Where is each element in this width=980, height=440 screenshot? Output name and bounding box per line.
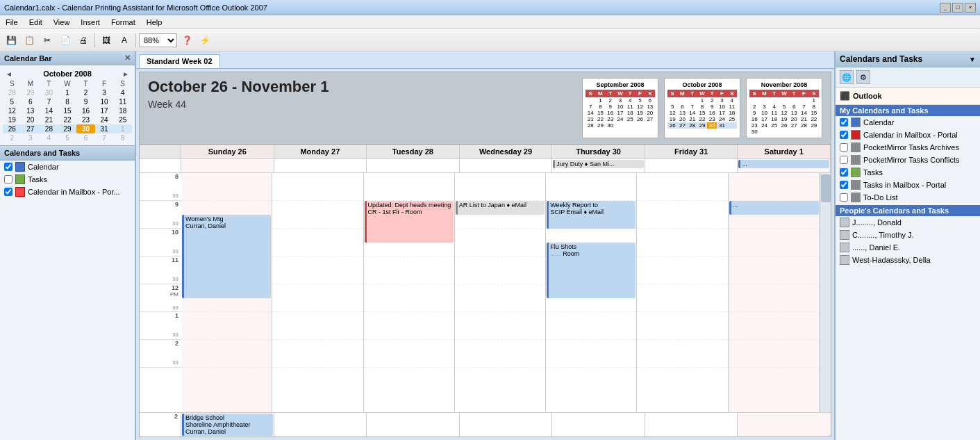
right-cal-tasks-check[interactable] [840,168,848,177]
extra-button[interactable]: ⚡ [197,32,213,49]
font-button[interactable]: A [116,32,133,49]
hour-2-mon[interactable] [272,340,363,368]
mini-cal-today[interactable]: 30 [76,124,95,133]
calendar-bar-close[interactable]: ✕ [124,54,131,63]
event-weekly-report[interactable]: Weekly Report toSCIP Email ♦ eMail [547,201,636,229]
mini-cal-day[interactable]: 2 [76,88,95,97]
mini-cal-day[interactable]: 13 [22,106,40,115]
menu-file[interactable]: File [3,18,21,26]
mini-cal-day[interactable]: 14 [40,106,58,115]
hour-2-wed[interactable] [455,340,545,368]
hour-9-fri[interactable] [637,201,727,229]
day-header-sat1[interactable]: Saturday 1 [738,145,831,158]
mini-cal-day[interactable]: 16 [76,106,95,115]
hour-12-tue[interactable] [364,284,454,312]
mini-cal-day[interactable]: 5 [3,97,22,106]
mini-cal-day[interactable]: 29 [58,124,77,133]
all-day-thu[interactable]: Jury Duty ♦ San Mi... [552,159,645,172]
hour-11-wed[interactable] [455,256,545,284]
calendar-item-mailbox[interactable]: Calendar in Mailbox - Por... [0,186,135,198]
calendar-item-calendar[interactable]: Calendar [0,161,135,173]
person-timothy[interactable]: C........, Timothy J. [836,229,980,241]
day-col-sun26[interactable]: Women's MtgCurran, Daniel [181,173,272,412]
day-col-fri31[interactable] [637,173,728,412]
all-day-sun[interactable] [181,159,274,172]
hour-12-sat[interactable] [729,284,820,312]
day-col-thu30[interactable]: Weekly Report toSCIP Email ♦ eMail Flu S… [546,173,637,412]
mini-cal-day[interactable]: 21 [40,115,58,124]
menu-edit[interactable]: Edit [26,18,45,26]
mini-cal-day[interactable]: 26 [3,124,22,133]
right-cal-pocketmirror-conflicts[interactable]: PocketMirror Tasks Conflicts [836,154,980,166]
hour-1-thu[interactable] [546,312,636,340]
right-cal-tasks-mailbox-check[interactable] [840,181,848,189]
new-button[interactable]: 📄 [57,32,74,49]
mini-cal-day[interactable]: 3 [22,133,40,142]
right-cal-calendar-check[interactable] [840,118,848,127]
right-cal-pm-conflicts-check[interactable] [840,156,848,164]
menu-view[interactable]: View [51,18,73,26]
mini-cal-next[interactable]: ► [119,70,132,78]
all-day-mon[interactable] [274,159,367,172]
hour-1-sat[interactable] [729,312,820,340]
mini-cal-day[interactable]: 6 [76,133,95,142]
all-day-sat[interactable]: ... [738,159,831,172]
minimize-btn[interactable]: _ [940,3,951,13]
mini-cal-day[interactable]: 2 [3,133,22,142]
mini-cal-day[interactable]: 7 [40,97,58,106]
day-header-tue28[interactable]: Tuesday 28 [367,145,460,158]
day-col-wed29[interactable]: AR List to Japan ♦ eMail [455,173,546,412]
mini-cal-day[interactable]: 29 [22,88,40,97]
hour-1-sun[interactable] [181,312,272,340]
mini-cal-day[interactable]: 8 [113,133,132,142]
day-bottom-fri[interactable] [645,413,738,437]
hour-10-fri[interactable] [637,229,727,256]
hour-11-mon[interactable] [272,256,363,284]
day-header-fri31[interactable]: Friday 31 [645,145,738,158]
right-cal-pm-archives-check[interactable] [840,143,848,152]
mini-cal-day[interactable]: 7 [95,133,114,142]
mini-cal-day[interactable]: 24 [95,115,114,124]
hour-1-wed[interactable] [455,312,545,340]
mini-cal-prev[interactable]: ◄ [3,70,15,78]
day-col-tue28[interactable]: Updated: Dept heads meetingCR - 1st Flr … [364,173,455,412]
day-header-wed29[interactable]: Wednesday 29 [460,145,553,158]
right-cal-todo-check[interactable] [840,193,848,202]
day-col-mon27[interactable] [272,173,363,412]
mini-cal-day[interactable]: 12 [3,106,22,115]
hour-2-fri[interactable] [637,340,727,368]
event-flu-shots[interactable]: Flu Shots....... Room [547,243,636,298]
mini-cal-day[interactable]: 1 [113,124,132,133]
calendar-checkbox[interactable] [4,163,13,171]
hour-8-thu[interactable] [546,173,636,201]
hour-12-mon[interactable] [272,284,363,312]
hour-1-tue[interactable] [364,312,454,340]
menu-insert[interactable]: Insert [78,18,103,26]
hour-11-sat[interactable] [729,256,820,284]
day-bottom-tue[interactable] [367,413,460,437]
mini-cal-day[interactable]: 4 [113,88,132,97]
right-cal-pocketmirror-archives[interactable]: PocketMirror Tasks Archives [836,141,980,154]
mini-cal-day[interactable]: 9 [76,97,95,106]
right-cal-tasks-mailbox[interactable]: Tasks in Mailbox - Portal [836,179,980,191]
window-controls[interactable]: _ □ × [940,3,976,13]
hour-8-sun[interactable] [181,173,272,201]
mini-cal-day[interactable]: 30 [40,88,58,97]
mini-cal-day[interactable]: 23 [76,115,95,124]
hour-10-wed[interactable] [455,229,545,256]
hour-9-mon[interactable] [272,201,363,229]
mini-cal-day[interactable]: 25 [113,115,132,124]
calendar-item-tasks[interactable]: Tasks [0,173,135,186]
day-bottom-wed[interactable] [460,413,553,437]
event-bridge-school[interactable]: Bridge SchoolShoreline AmphitheaterCurra… [182,414,273,436]
day-header-thu30[interactable]: Thursday 30 [552,145,645,158]
menu-help[interactable]: Help [144,18,165,26]
all-day-wed[interactable] [460,159,553,172]
copy-button[interactable]: 📋 [21,32,38,49]
hour-2-tue[interactable] [364,340,454,368]
menu-format[interactable]: Format [108,18,138,26]
all-day-fri[interactable] [645,159,738,172]
hour-2-thu[interactable] [546,340,636,368]
event-sat-9[interactable]: ... [729,201,819,215]
icon-btn-2[interactable]: ⚙ [856,70,870,84]
